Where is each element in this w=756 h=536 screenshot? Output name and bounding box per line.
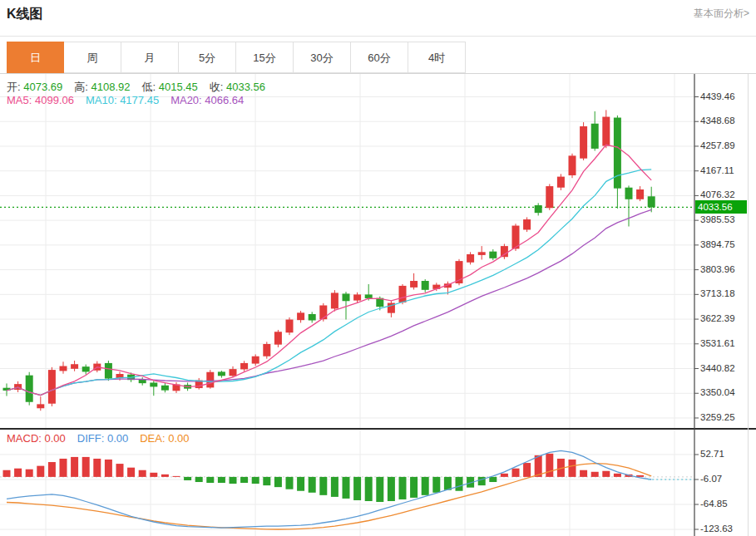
macd-axis-label: -64.85 — [700, 499, 752, 509]
macd-bar — [388, 477, 395, 501]
candle — [309, 314, 316, 321]
macd-info-row: MACD: 0.00DIFF: 0.00DEA: 0.00 — [7, 432, 201, 445]
kline-chart-svg — [0, 74, 756, 536]
macd-bar — [252, 477, 259, 484]
macd-bar — [184, 477, 191, 480]
macd-bar — [230, 477, 237, 484]
candle — [580, 126, 587, 159]
price-axis-label: 3894.75 — [700, 239, 752, 249]
candle — [636, 189, 644, 199]
macd-bar — [105, 460, 112, 477]
macd-histogram — [3, 454, 645, 502]
macd-bar — [512, 469, 520, 477]
tab-week[interactable]: 周 — [64, 42, 121, 73]
macd-axis-label: -123.63 — [700, 524, 752, 534]
price-axis-label: 4257.89 — [700, 140, 752, 150]
candle — [71, 364, 78, 369]
macd-bar — [432, 477, 440, 493]
macd-bar — [240, 477, 248, 483]
candle — [625, 188, 633, 199]
marow-ma10: MA10: 4177.45 — [86, 94, 159, 106]
candle — [467, 254, 474, 263]
dea-line — [7, 464, 651, 529]
candle — [569, 155, 576, 175]
macd-bar — [591, 472, 599, 477]
ohlcrow-open: 开: 4073.69 — [7, 81, 62, 93]
macd-bar — [399, 477, 407, 499]
macd-bar — [444, 477, 452, 490]
macd-bar — [297, 477, 304, 491]
candle — [648, 196, 655, 207]
macd-bar — [150, 473, 157, 477]
candle — [478, 252, 486, 255]
macd-bar — [319, 477, 327, 495]
candle — [263, 344, 270, 357]
candle — [37, 404, 44, 408]
macd-bar — [501, 474, 508, 477]
candle — [82, 366, 90, 371]
candle — [26, 376, 33, 402]
price-axis-label: 3713.18 — [700, 288, 752, 298]
price-axis-label: 3803.96 — [700, 264, 752, 274]
page-title: K线图 — [7, 6, 43, 23]
macd-bar — [173, 476, 180, 477]
macd-bar — [93, 459, 101, 477]
candle — [343, 293, 350, 301]
candle — [523, 219, 531, 229]
macd-bar — [60, 459, 67, 477]
macd-bar — [614, 474, 621, 477]
tab-month[interactable]: 月 — [121, 42, 179, 73]
macd-bar — [161, 475, 169, 477]
candlestick-series — [3, 110, 655, 411]
macd-bar — [218, 477, 225, 483]
candle — [501, 246, 508, 257]
tab-day[interactable]: 日 — [7, 42, 64, 73]
macd-axis-label: -6.07 — [700, 474, 752, 484]
macd-bar — [309, 477, 316, 493]
price-axis-label: 4348.68 — [700, 116, 752, 125]
macd-bar — [365, 477, 373, 501]
candle — [319, 305, 327, 319]
tab-4hour[interactable]: 4时 — [408, 42, 466, 73]
macd-bar — [263, 477, 270, 485]
candle — [286, 320, 294, 333]
tab-5min[interactable]: 5分 — [179, 42, 236, 73]
marow-ma20: MA20: 4066.64 — [170, 94, 244, 106]
macd-bar — [410, 477, 418, 498]
macd-bar — [569, 460, 576, 477]
candle — [614, 118, 621, 189]
candle — [331, 293, 338, 308]
macd-bar — [422, 477, 429, 495]
macd-bar — [286, 477, 294, 489]
candle — [557, 177, 565, 188]
ma-info-row: MA5: 4099.06MA10: 4177.45MA20: 4066.64 — [7, 94, 255, 106]
candle — [274, 332, 282, 344]
macdrow-dea: DEA: 0.00 — [140, 432, 189, 445]
macd-bar — [206, 477, 214, 483]
macd-bar — [116, 464, 124, 477]
price-axis-label: 4439.46 — [700, 91, 752, 101]
macd-bar — [580, 470, 587, 477]
macd-bar — [602, 471, 610, 477]
current-price-badge: 4033.56 — [695, 200, 747, 214]
kline-page: K线图 基本面分析> 日周月5分15分30分60分4时 开: 4073.69高:… — [0, 0, 756, 536]
price-axis-label: 3622.39 — [700, 313, 752, 323]
candle — [240, 363, 248, 370]
candle — [230, 369, 237, 376]
price-axis-label: 3350.04 — [700, 387, 752, 397]
macd-axis-label: 52.71 — [700, 449, 752, 459]
macd-bar — [195, 477, 203, 482]
kline-chart-area: 开: 4073.69高: 4108.92低: 4015.45收: 4033.56… — [0, 73, 756, 536]
ma10-line — [7, 170, 651, 396]
macdrow-macd: MACD: 0.00 — [7, 432, 66, 445]
candle — [48, 370, 56, 404]
candle — [161, 386, 169, 391]
macd-bar — [274, 477, 282, 487]
tab-15min[interactable]: 15分 — [236, 42, 294, 73]
tab-30min[interactable]: 30分 — [294, 42, 351, 73]
ohlc-info-row: 开: 4073.69高: 4108.92低: 4015.45收: 4033.56 — [7, 80, 277, 95]
fundamental-analysis-link[interactable]: 基本面分析> — [694, 7, 749, 21]
candle — [297, 312, 304, 320]
tab-60min[interactable]: 60分 — [351, 42, 408, 73]
macd-bar — [127, 468, 135, 477]
